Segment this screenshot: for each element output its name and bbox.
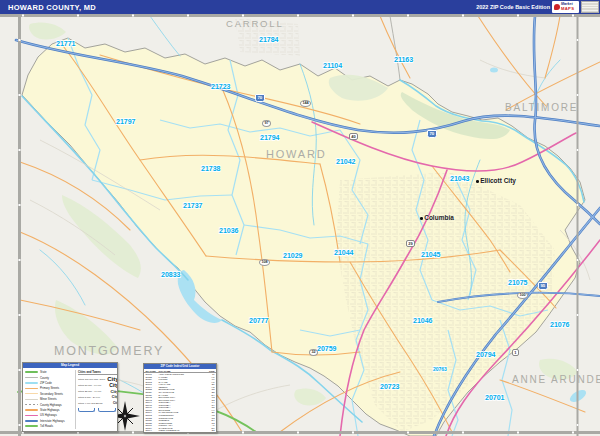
legend-item-label: Secondary Streets [40,392,63,396]
zip-index-row: 21797WOODBINEB2 [144,432,216,433]
legend-item-label: Primary Streets [40,386,59,390]
route-shield-samples [78,408,118,412]
city-class-sample: City [107,376,118,382]
legend-city-classes: Cities 100,000 and AboveCityCities 50,00… [78,376,118,406]
legend-swatch [25,399,38,400]
city-class-sample: City [113,401,118,405]
legend-swatch [25,425,38,427]
legend-cities-column: Cities and Towns Cities 100,000 and Abov… [75,370,118,429]
legend-item-label: ZIP Code [40,381,52,385]
legend-item-label: County Highways [40,403,62,407]
legend-swatch [25,420,38,422]
legend-items: StateCountyZIP CodePrimary StreetsSecond… [25,370,73,429]
map-legend: Map Legend StateCountyZIP CodePrimary St… [22,362,118,432]
zip-cell-city: WOODBINE [159,432,207,433]
logo-mark-icon [554,4,560,10]
city-class-label: Cities 100,000 and Above [78,378,105,381]
zip-index-panel: ZIP Code Index/Grid Locator ZIP CODE CIT… [143,363,217,433]
city-class-sample: City [112,395,118,399]
legend-swatch [25,404,38,405]
legend-item-label: Interstate Highways [40,419,65,423]
legend-cities-header: Cities and Towns [78,370,118,376]
legend-swatch [25,382,38,384]
logo-line2: MAPS [561,7,574,11]
legend-swatch [25,393,38,394]
route-sample [98,408,115,412]
city-class-label: Cities 4,999 and Below [78,402,102,405]
route-sample [78,408,95,412]
zip-index-col-grid: GRID [207,370,215,372]
page-title: HOWARD COUNTY, MD [0,3,96,12]
legend-item: Toll Roads [25,423,73,428]
legend-swatch [25,415,38,417]
header-bar: HOWARD COUNTY, MD 2022 ZIP Code Basic Ed… [0,0,600,14]
legend-item-label: County [40,376,49,380]
legend-item-label: State Highways [40,408,59,412]
city-class-label: Cities 25,000 - 49,999 [78,390,101,393]
legend-item-label: Minor Streets [40,397,57,401]
publisher-info-box [581,1,599,13]
zip-index-col-zip: ZIP CODE [146,370,159,372]
edition-label: 2022 ZIP Code Basic Edition [476,4,550,10]
city-class-sample: City [109,382,118,388]
city-class-sample: City [110,389,118,394]
marketmaps-logo: Market MAPS [552,1,579,13]
legend-item-label: US Highways [40,413,57,417]
zip-cell-code: 21797 [146,432,159,433]
city-class-label: Cities 5,000 - 24,999 [78,396,100,399]
legend-item-label: State [40,370,47,374]
zip-cell-grid: B2 [207,432,215,433]
legend-swatch [25,377,38,378]
legend-city-class: Cities 4,999 and BelowCity [78,400,118,406]
zip-index-body: 20701ANNAPOLIS JUNCTIONJ620723LAURELH620… [144,373,216,433]
zip-index-col-name: CITY NAME [159,370,207,372]
legend-swatch [25,409,38,411]
legend-swatch [25,388,38,389]
map-page: CARROLLBALTIMOREHOWARDMONTGOMERYANNE ARU… [0,0,600,436]
city-class-label: Cities 50,000 - 99,999 [78,384,101,387]
legend-item-label: Toll Roads [40,424,53,428]
legend-swatch [25,371,38,373]
